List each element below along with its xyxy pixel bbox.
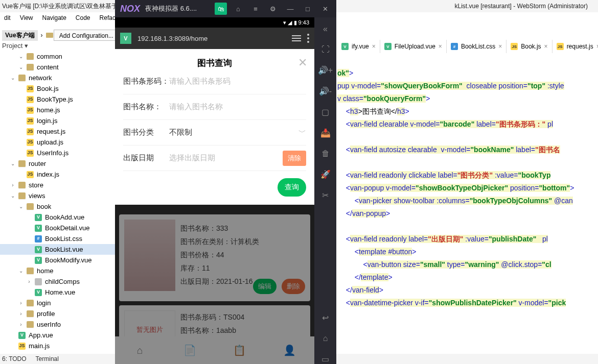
- add-configuration-button[interactable]: Add Configuration...: [54, 30, 119, 41]
- query-button[interactable]: 查询: [278, 178, 306, 197]
- more-icon[interactable]: [307, 34, 309, 43]
- barcode-field[interactable]: 图书条形码： 请输入图书条形码: [123, 69, 306, 94]
- chevron-down-icon: ﹀: [298, 128, 306, 137]
- tree-item[interactable]: VBookDetail.vue: [0, 223, 115, 233]
- editor-tabs: Vify.vue×VFileUpload.vue×#BookList.css×J…: [337, 40, 598, 53]
- tree-item[interactable]: ⌄router: [0, 158, 115, 169]
- code-editor[interactable]: ok"> pup v-model="showQueryBookForm" clo…: [337, 54, 598, 309]
- scissors-icon[interactable]: ✂: [322, 190, 329, 200]
- maximize-icon[interactable]: □: [302, 3, 314, 15]
- popup-title: 图书查询: [123, 57, 306, 69]
- volume-up-icon[interactable]: 🔊+: [318, 65, 333, 75]
- rocket-icon[interactable]: 🚀: [320, 169, 331, 179]
- tree-item[interactable]: ⌄network: [0, 72, 115, 83]
- back-icon[interactable]: ↩: [322, 313, 329, 323]
- tree-item[interactable]: JSUserInfo.js: [0, 148, 115, 158]
- tree-item[interactable]: ⌄home: [0, 265, 115, 276]
- status-bar: ▾ ◢ ▮ 9:43: [115, 17, 314, 28]
- title-right: kList.vue [restaurant] - WebStorm (Admin…: [454, 0, 588, 12]
- tree-item[interactable]: JSupload.js: [0, 137, 115, 148]
- project-tree[interactable]: ⌄common⌄content⌄networkJSBook.jsJSBookTy…: [0, 51, 115, 351]
- query-popup: 图书查询 ✕ 图书条形码： 请输入图书条形码 图书名称： 请输入图书名称 图书分…: [115, 49, 314, 205]
- gear-icon[interactable]: ⚙: [267, 3, 279, 15]
- tree-item[interactable]: ›profile: [0, 308, 115, 319]
- tree-item[interactable]: VBookList.vue: [0, 244, 115, 255]
- barcode-input[interactable]: 请输入图书条形码: [169, 77, 306, 86]
- emulator-title: 夜神模拟器 6.6....: [145, 4, 197, 13]
- editor-tab[interactable]: #BookList.css×: [447, 40, 507, 53]
- burger-icon[interactable]: [292, 35, 301, 41]
- terminal-tab[interactable]: Terminal: [36, 354, 59, 364]
- tree-item[interactable]: VApp.vue: [0, 330, 115, 341]
- close-icon[interactable]: ✕: [298, 56, 307, 69]
- editor-tab[interactable]: VFileUpload.vue×: [380, 40, 447, 53]
- collapse-icon[interactable]: «: [323, 25, 328, 34]
- tree-item[interactable]: VHome.vue: [0, 287, 115, 298]
- tree-item[interactable]: ›store: [0, 180, 115, 190]
- breadcrumb: Vue客户端› src› views› bo Add Configuration…: [0, 29, 123, 42]
- trash-icon[interactable]: 🗑: [321, 149, 330, 158]
- booktype-field[interactable]: 图书分类 不限制 ﹀: [123, 120, 306, 145]
- date-field[interactable]: 出版日期 选择出版日期 清除: [123, 145, 306, 171]
- editor-tab[interactable]: Vify.vue×: [337, 40, 380, 53]
- date-input[interactable]: 选择出版日期: [169, 153, 283, 163]
- tree-item[interactable]: ›userInfo: [0, 319, 115, 330]
- tree-item[interactable]: ›childComps: [0, 276, 115, 287]
- phone-content: 图书名称：333 图书所在类别：计算机类 图书价格：44 库存：11 出版日期：…: [115, 49, 314, 364]
- tree-item[interactable]: JSrequest.js: [0, 126, 115, 137]
- crumb-project[interactable]: Vue客户端: [2, 30, 38, 41]
- tree-item[interactable]: ›login: [0, 298, 115, 308]
- url-bar: V 192.168.1.3:8089/home: [115, 28, 314, 49]
- clear-button[interactable]: 清除: [283, 151, 306, 166]
- home-icon[interactable]: ⌂: [323, 334, 328, 343]
- folder-icon: [46, 33, 53, 38]
- tree-item[interactable]: ⌄common: [0, 51, 115, 62]
- todo-tab[interactable]: 6: TODO: [2, 354, 27, 364]
- menu-code[interactable]: Code: [72, 12, 95, 25]
- emulator-sidebar: « ⛶ 🔊+ 🔊- ▢ 📥 🗑 🚀 ✂ ↩ ⌂ ▭: [314, 17, 336, 364]
- screenshot-icon[interactable]: ▢: [321, 107, 329, 117]
- tree-item[interactable]: JSBookType.js: [0, 94, 115, 105]
- tree-item[interactable]: ⌄content: [0, 62, 115, 72]
- fullscreen-icon[interactable]: ⛶: [321, 45, 330, 54]
- tree-item[interactable]: JSBook.js: [0, 83, 115, 94]
- minimize-icon[interactable]: —: [284, 3, 296, 15]
- nox-logo: NOX: [120, 4, 140, 14]
- bookname-field[interactable]: 图书名称： 请输入图书名称: [123, 94, 306, 120]
- menu-edit[interactable]: dit: [0, 12, 15, 25]
- tree-item[interactable]: VBookModify.vue: [0, 255, 115, 265]
- menu-navigate[interactable]: Navigate: [38, 12, 70, 25]
- tree-item[interactable]: ⌄views: [0, 190, 115, 201]
- volume-down-icon[interactable]: 🔊-: [319, 86, 332, 96]
- tree-item[interactable]: JShome.js: [0, 105, 115, 115]
- recent-icon[interactable]: ▭: [321, 354, 329, 364]
- type-select[interactable]: 不限制: [169, 128, 298, 137]
- vue-icon: V: [120, 33, 131, 44]
- menu-icon[interactable]: ≡: [249, 3, 262, 15]
- shop-icon[interactable]: 🛍: [215, 3, 227, 15]
- close-icon[interactable]: ✕: [319, 3, 331, 15]
- menu-view[interactable]: View: [16, 12, 37, 25]
- editor-tab[interactable]: JSrequest.js×: [553, 40, 598, 53]
- url-text: 192.168.1.3:8089/home: [137, 35, 208, 42]
- editor-tab[interactable]: JSBook.js×: [507, 40, 552, 53]
- apk-icon[interactable]: 📥: [320, 128, 331, 138]
- project-label[interactable]: Project ▾: [2, 42, 28, 50]
- name-input[interactable]: 请输入图书名称: [169, 102, 306, 112]
- title-left: Vue客户端 [D:\毕业系统调试区\双鱼林基于: [2, 3, 118, 10]
- tree-item[interactable]: #BookList.css: [0, 233, 115, 244]
- tree-item[interactable]: ⌄book: [0, 201, 115, 212]
- emulator-title-bar[interactable]: NOX 夜神模拟器 6.6.... 🛍 ⌂ ≡ ⚙ — □ ✕: [115, 0, 336, 17]
- tree-item[interactable]: JSlogin.js: [0, 115, 115, 126]
- phone-screen: ▾ ◢ ▮ 9:43 V 192.168.1.3:8089/home 图书名称：…: [115, 17, 314, 364]
- tree-item[interactable]: VBookAdd.vue: [0, 212, 115, 223]
- menu-bar: dit View Navigate Code Refactor: [0, 12, 127, 25]
- tree-item[interactable]: JSmain.js: [0, 341, 115, 351]
- tree-item[interactable]: JSindex.js: [0, 169, 115, 180]
- emulator-window: NOX 夜神模拟器 6.6.... 🛍 ⌂ ≡ ⚙ — □ ✕ ▾ ◢ ▮ 9:…: [115, 0, 336, 364]
- home-icon[interactable]: ⌂: [232, 3, 244, 15]
